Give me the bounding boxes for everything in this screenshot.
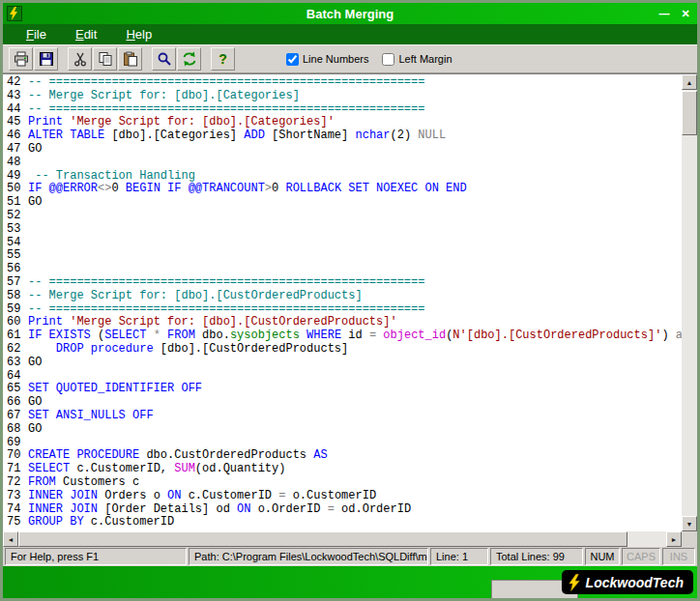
code-text: -- Merge Script for: [dbo].[Categories] [28,89,300,102]
status-total-lines: Total Lines: 99 [490,548,583,565]
code-line[interactable]: 43-- Merge Script for: [dbo].[Categories… [3,90,682,103]
vertical-scroll-track[interactable] [682,90,697,516]
close-button[interactable]: ✕ [678,7,693,21]
line-number: 67 [3,410,28,423]
refresh-arrows-icon [182,51,197,67]
code-line[interactable]: 59-- ===================================… [3,303,682,317]
line-number: 47 [3,143,28,157]
line-numbers-checkbox[interactable]: Line Numbers [286,53,368,66]
code-line[interactable]: 61IF EXISTS (SELECT * FROM dbo.sysobject… [3,329,682,343]
code-line[interactable]: 48 [3,157,682,170]
code-line[interactable]: 52 [3,210,682,223]
code-line[interactable]: 73INNER JOIN Orders o ON c.CustomerID = … [3,490,682,503]
toolbar-separator [143,45,152,72]
code-line[interactable]: 56 [3,263,682,276]
horizontal-scroll-track[interactable] [18,531,666,547]
bottom-bar: LockwoodTech [3,566,697,598]
code-lines[interactable]: 42-- ===================================… [3,74,682,531]
code-line[interactable]: 71SELECT c.CustomerID, SUM(od.Quantity) [3,463,682,476]
cut-button[interactable] [68,47,92,71]
code-line[interactable]: 74INNER JOIN [Order Details] od ON o.Ord… [3,503,682,517]
app-icon[interactable] [7,6,22,21]
scroll-up-button[interactable]: ▲ [682,74,697,90]
scroll-left-button[interactable]: ◄ [3,531,18,547]
line-number: 59 [3,303,28,317]
code-line[interactable]: 51GO [3,196,682,210]
code-text: INNER JOIN Orders o ON c.CustomerID = o.… [28,489,376,502]
line-numbers-checkbox-input[interactable] [286,53,299,66]
line-number: 56 [3,263,28,276]
code-line[interactable]: 60Print 'Merge Script for: [dbo].[CustOr… [3,316,682,329]
search-icon [157,51,172,67]
arrow-right-icon: ► [671,536,678,543]
code-line[interactable]: 70CREATE PROCEDURE dbo.CustOrderedProduc… [3,449,682,463]
save-button[interactable] [34,47,58,71]
line-number: 60 [3,316,28,329]
code-text: GO [28,195,42,209]
code-text: GROUP BY c.CustomerID [28,515,174,529]
code-text: SET QUOTED_IDENTIFIER OFF [28,382,202,395]
code-line[interactable]: 49 -- Transaction Handling [3,170,682,184]
code-line[interactable]: 65SET QUOTED_IDENTIFIER OFF [3,383,682,396]
line-number: 69 [3,437,28,450]
line-number: 62 [3,343,28,357]
left-margin-checkbox-input[interactable] [382,53,394,66]
code-line[interactable]: 72FROM Customers c [3,476,682,490]
code-line[interactable]: 44-- ===================================… [3,103,682,117]
code-text: FROM Customers c [28,475,139,489]
scroll-right-button[interactable]: ► [666,531,682,547]
toolbar-options: Line Numbers Left Margin [286,53,452,66]
code-line[interactable]: 68GO [3,423,682,437]
vertical-scroll-thumb[interactable] [682,91,697,135]
code-line[interactable]: 66GO [3,396,682,410]
minimize-button[interactable]: — [656,7,672,21]
line-number: 58 [3,290,28,303]
code-text: -- =====================================… [28,302,424,316]
code-text: IF EXISTS (SELECT * FROM dbo.sysobjects … [28,329,682,342]
code-line[interactable]: 50IF @@ERROR<>0 BEGIN IF @@TRANCOUNT>0 R… [3,183,682,196]
code-line[interactable]: 46ALTER TABLE [dbo].[Categories] ADD [Sh… [3,129,682,143]
code-line[interactable]: 62 DROP procedure [dbo].[CustOrderedProd… [3,343,682,357]
line-number: 44 [3,103,28,117]
menu-help[interactable]: Help [112,25,165,43]
line-number: 68 [3,423,28,437]
refresh-find-button[interactable] [177,47,201,71]
status-line-number: Line: 1 [430,548,488,565]
left-margin-checkbox[interactable]: Left Margin [382,53,452,66]
window-controls: — ✕ [656,7,693,21]
find-button[interactable] [152,47,176,71]
help-button[interactable]: ? [211,47,235,71]
code-line[interactable]: 57-- ===================================… [3,276,682,290]
code-line[interactable]: 67SET ANSI_NULLS OFF [3,410,682,423]
code-line[interactable]: 54 [3,237,682,250]
vertical-scrollbar[interactable]: ▲ ▼ [682,74,697,531]
scroll-down-button[interactable]: ▼ [682,516,697,531]
code-line[interactable]: 47GO [3,143,682,157]
menu-edit[interactable]: Edit [62,25,110,43]
code-line[interactable]: 69 [3,437,682,450]
code-text: GO [28,395,42,409]
horizontal-scrollbar[interactable]: ◄ ► [3,531,682,547]
code-line[interactable]: 42-- ===================================… [3,76,682,90]
code-line[interactable]: 53 [3,223,682,237]
code-line[interactable]: 63GO [3,357,682,370]
print-button[interactable] [9,47,33,71]
code-line[interactable]: 55 [3,249,682,263]
line-number: 74 [3,503,28,517]
copy-button[interactable] [93,47,117,71]
paste-button[interactable] [118,47,142,71]
code-line[interactable]: 45Print 'Merge Script for: [dbo].[Catego… [3,116,682,129]
menu-file[interactable]: File [13,25,60,43]
horizontal-scroll-thumb[interactable] [18,531,627,547]
code-line[interactable]: 64 [3,370,682,384]
code-text: Print 'Merge Script for: [dbo].[CustOrde… [28,315,397,329]
lightning-icon [568,573,581,592]
app-window: Batch Merging — ✕ File Edit Help [0,0,700,601]
line-numbers-label: Line Numbers [303,53,368,65]
status-num-lock: NUM [585,548,620,565]
code-line[interactable]: 58-- Merge Script for: [dbo].[CustOrdere… [3,290,682,303]
code-line[interactable]: 75GROUP BY c.CustomerID [3,516,682,529]
code-text: -- =====================================… [28,275,424,289]
line-number: 51 [3,196,28,210]
code-text: Print 'Merge Script for: [dbo].[Categori… [28,115,335,129]
